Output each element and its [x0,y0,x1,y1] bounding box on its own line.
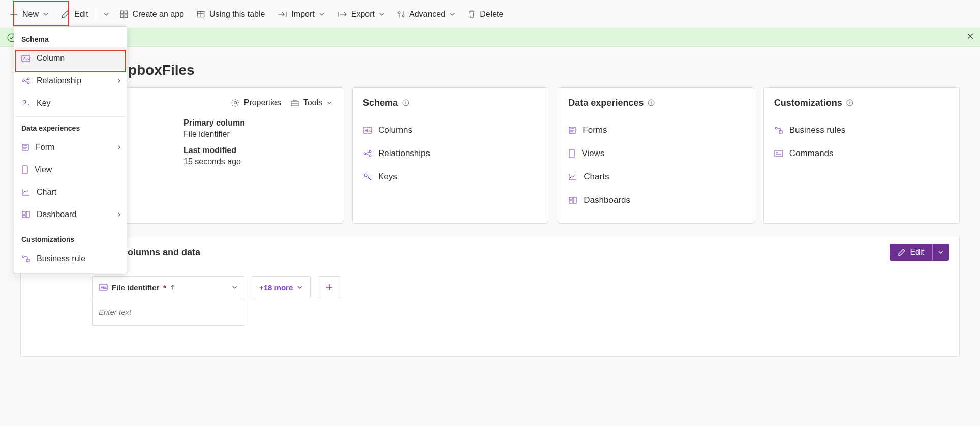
svg-rect-37 [22,211,25,214]
success-bar [0,28,980,47]
menu-item-form[interactable]: Form [14,136,127,159]
svg-rect-2 [120,15,124,18]
card-head: Customizations [774,96,949,109]
edit-label: Edit [910,248,924,257]
menu-item-business-rule[interactable]: Business rule [14,248,127,270]
last-modified-value: 15 seconds ago [183,157,332,166]
dashboard-icon [568,196,577,204]
menu-label: Key [37,99,51,108]
svg-rect-20 [569,197,572,200]
using-table-button[interactable]: Using this table [191,3,270,25]
edit-main[interactable]: Edit [890,244,932,261]
svg-point-32 [27,78,29,80]
export-button[interactable]: Export [332,3,390,25]
views-link[interactable]: Views [568,142,743,165]
file-identifier-input[interactable] [92,298,244,326]
chevron-down-icon [319,11,325,17]
menu-label: View [35,165,52,174]
svg-point-40 [22,256,24,258]
menu-item-column[interactable]: Abc Column [14,47,127,70]
sort-asc-icon [170,284,175,290]
export-icon [337,11,347,18]
menu-item-dashboard[interactable]: Dashboard [14,203,127,226]
svg-point-13 [364,153,366,155]
abc-icon: Abc [21,55,30,62]
tools-button[interactable]: Tools [290,98,332,107]
business-rules-link[interactable]: Business rules [774,118,949,142]
chevron-down-icon [297,284,303,290]
card-head: Data experiences [568,96,743,109]
data-input-row [92,298,949,326]
info-icon[interactable] [648,99,655,106]
menu-label: Relationship [37,76,81,85]
create-app-button[interactable]: Create an app [114,3,189,25]
more-columns-button[interactable]: +18 more [252,276,311,298]
import-button[interactable]: Import [272,3,329,25]
edit-caret[interactable] [932,244,949,261]
primary-column-label: Primary column [183,118,332,128]
menu-item-view[interactable]: View [14,159,127,181]
menu-label: Chart [37,188,56,197]
flow-icon [21,255,30,263]
create-app-label: Create an app [133,10,184,19]
chevron-right-icon [116,78,121,84]
card-title: Schema [363,98,409,108]
commands-link[interactable]: Commands [774,142,949,165]
charts-link[interactable]: Charts [568,165,743,189]
menu-item-key[interactable]: Key [14,92,127,114]
chart-icon [568,173,577,181]
relationships-link[interactable]: Relationships [363,142,538,165]
page-title: pboxFiles [20,47,960,87]
info-icon[interactable] [846,99,853,106]
divider [14,228,127,228]
delete-label: Delete [480,10,503,19]
properties-button[interactable]: Properties [231,98,281,107]
dropdown-section-customizations: Customizations [14,230,127,248]
svg-point-6 [402,15,404,17]
new-label: New [22,10,39,19]
dashboard-icon [21,210,30,219]
sliders-icon [397,10,405,19]
edit-caret[interactable] [100,3,112,25]
info-icon[interactable] [402,99,409,106]
dashboards-link[interactable]: Dashboards [568,189,743,212]
new-button[interactable]: New [4,3,54,25]
close-button[interactable] [967,33,974,40]
import-label: Import [291,10,314,19]
toolbox-icon [290,99,299,107]
columns-link[interactable]: Abc Columns [363,118,538,142]
menu-label: Column [37,54,65,63]
edit-split-button[interactable]: Edit [890,244,949,261]
tools-label: Tools [303,98,322,107]
trash-icon [468,10,476,19]
using-table-label: Using this table [209,10,265,19]
import-icon [277,11,287,18]
abc-icon: Abc [363,127,372,134]
edit-button[interactable]: Edit [56,3,94,25]
delete-button[interactable]: Delete [463,3,508,25]
svg-text:Abc: Abc [23,57,30,60]
command-bar: New Edit Create an app Using this table … [0,0,980,28]
menu-item-chart[interactable]: Chart [14,181,127,203]
advanced-button[interactable]: Advanced [392,3,461,25]
data-experiences-card: Data experiences Forms Views [558,87,754,224]
properties-block: Primary column File identifier Last modi… [183,118,332,166]
abc-icon: Abc [99,284,108,291]
svg-rect-26 [775,150,783,157]
chevron-right-icon [116,211,121,218]
add-column-button[interactable] [318,276,341,298]
keys-link[interactable]: Keys [363,165,538,189]
svg-rect-1 [125,11,128,14]
column-chip-file-identifier[interactable]: Abc File identifier * [92,276,244,298]
forms-link[interactable]: Forms [568,118,743,142]
more-label: +18 more [259,283,293,292]
menu-label: Business rule [37,254,85,263]
menu-item-relationship[interactable]: Relationship [14,70,127,92]
svg-point-24 [775,127,777,129]
svg-text:Abc: Abc [101,286,107,289]
edit-label: Edit [74,10,88,19]
main-content: pboxFiles Properties Tools [0,47,980,357]
svg-rect-36 [22,166,27,174]
chevron-down-icon [379,11,385,17]
svg-point-33 [27,82,29,84]
